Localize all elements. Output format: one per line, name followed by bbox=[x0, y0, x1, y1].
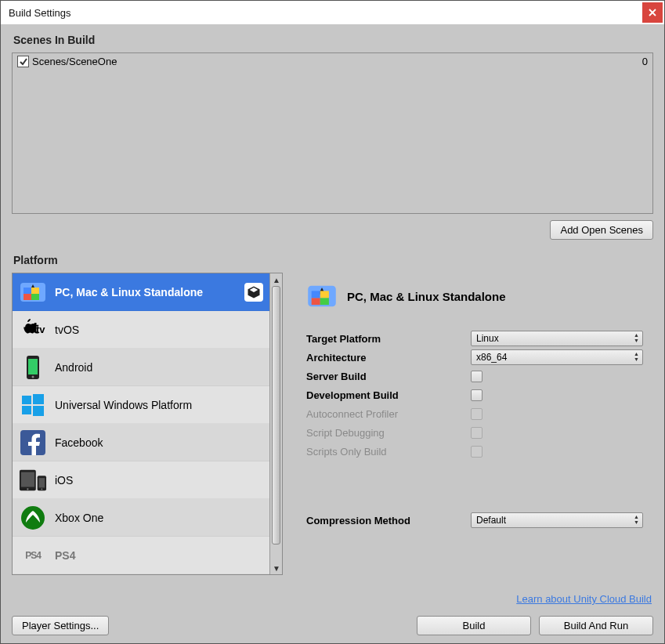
platform-item-xboxone[interactable]: Xbox One bbox=[13, 499, 269, 537]
android-icon bbox=[19, 353, 47, 382]
scenes-section-title: Scenes In Build bbox=[13, 34, 653, 46]
platform-item-ios[interactable]: iOS bbox=[13, 461, 269, 499]
svg-rect-24 bbox=[312, 291, 320, 298]
svg-rect-3 bbox=[23, 288, 31, 294]
platform-item-label: PS4 bbox=[55, 549, 75, 562]
platform-section-title: Platform bbox=[13, 254, 653, 266]
architecture-select[interactable]: x86_64 ▲▼ bbox=[471, 349, 643, 365]
compression-method-row: Compression Method Default ▲▼ bbox=[306, 511, 653, 530]
svg-text:tv: tv bbox=[36, 324, 45, 335]
autoconnect-profiler-checkbox bbox=[471, 408, 482, 420]
apple-tv-icon: tv bbox=[19, 316, 47, 344]
svg-point-20 bbox=[21, 506, 45, 530]
platform-item-android[interactable]: Android bbox=[13, 349, 269, 386]
platform-item-label: Universal Windows Platform bbox=[55, 399, 192, 411]
dropdown-arrows-icon: ▲▼ bbox=[634, 351, 639, 362]
platform-item-facebook[interactable]: Facebook bbox=[13, 424, 269, 461]
compression-method-select[interactable]: Default ▲▼ bbox=[471, 512, 643, 528]
build-settings-window: Build Settings Scenes In Build Scenes/Sc… bbox=[0, 0, 665, 644]
svg-rect-12 bbox=[33, 406, 44, 416]
scroll-thumb[interactable] bbox=[272, 286, 280, 545]
lower-columns: PC, Mac & Linux Standalone tv bbox=[12, 273, 653, 605]
close-icon bbox=[649, 6, 656, 19]
ps4-icon: PS4 bbox=[19, 541, 47, 570]
target-platform-value: Linux bbox=[476, 333, 499, 344]
script-debugging-checkbox bbox=[471, 427, 482, 439]
platform-item-ps4[interactable]: PS4 PS4 bbox=[13, 537, 269, 574]
autoconnect-profiler-label: Autoconnect Profiler bbox=[306, 408, 471, 420]
unity-icon bbox=[244, 283, 263, 302]
svg-rect-7 bbox=[28, 359, 38, 374]
svg-rect-23 bbox=[320, 298, 329, 305]
scene-name: Scenes/SceneOne bbox=[32, 56, 642, 67]
svg-rect-15 bbox=[21, 472, 34, 487]
scripts-only-build-row: Scripts Only Build bbox=[306, 442, 653, 461]
server-build-label: Server Build bbox=[306, 371, 471, 382]
player-settings-button[interactable]: Player Settings... bbox=[12, 616, 109, 635]
scene-row[interactable]: Scenes/SceneOne 0 bbox=[13, 53, 652, 70]
close-button[interactable] bbox=[642, 2, 663, 23]
ios-icon bbox=[19, 466, 47, 494]
svg-point-19 bbox=[41, 488, 42, 490]
scroll-down-icon[interactable]: ▼ bbox=[270, 562, 283, 574]
platform-item-label: tvOS bbox=[55, 324, 79, 336]
platform-item-label: Xbox One bbox=[55, 512, 103, 524]
svg-point-16 bbox=[27, 488, 28, 490]
scenes-list[interactable]: Scenes/SceneOne 0 bbox=[12, 52, 653, 214]
platform-item-uwp[interactable]: Universal Windows Platform bbox=[13, 386, 269, 424]
platform-header-title: PC, Mac & Linux Standalone bbox=[347, 290, 506, 303]
server-build-row: Server Build bbox=[306, 367, 653, 385]
svg-rect-9 bbox=[22, 396, 31, 404]
build-and-run-button[interactable]: Build And Run bbox=[539, 616, 653, 635]
settings-column: PC, Mac & Linux Standalone Target Platfo… bbox=[306, 273, 653, 605]
target-platform-row: Target Platform Linux ▲▼ bbox=[306, 329, 653, 348]
platform-item-label: PC, Mac & Linux Standalone bbox=[55, 286, 203, 298]
bottom-buttons: Player Settings... Build Build And Run bbox=[12, 616, 653, 635]
scroll-up-icon[interactable]: ▲ bbox=[270, 273, 283, 286]
platform-list[interactable]: PC, Mac & Linux Standalone tv bbox=[13, 273, 269, 574]
svg-point-8 bbox=[32, 375, 34, 378]
architecture-row: Architecture x86_64 ▲▼ bbox=[306, 348, 653, 367]
svg-rect-25 bbox=[320, 291, 329, 298]
svg-rect-1 bbox=[23, 294, 31, 300]
target-platform-label: Target Platform bbox=[306, 333, 471, 345]
autoconnect-profiler-row: Autoconnect Profiler bbox=[306, 404, 653, 423]
script-debugging-row: Script Debugging bbox=[306, 423, 653, 442]
facebook-icon bbox=[19, 429, 47, 457]
window-title: Build Settings bbox=[9, 7, 71, 19]
development-build-checkbox[interactable] bbox=[471, 389, 482, 401]
svg-rect-18 bbox=[39, 478, 45, 487]
server-build-checkbox[interactable] bbox=[471, 371, 482, 382]
architecture-label: Architecture bbox=[306, 352, 471, 364]
content-area: Scenes In Build Scenes/SceneOne 0 Add Op… bbox=[1, 24, 664, 643]
scene-checkbox[interactable] bbox=[17, 56, 29, 67]
platform-item-label: iOS bbox=[55, 474, 73, 487]
platform-list-box: PC, Mac & Linux Standalone tv bbox=[12, 273, 283, 575]
script-debugging-label: Script Debugging bbox=[306, 427, 471, 439]
svg-rect-4 bbox=[31, 288, 39, 294]
compression-method-label: Compression Method bbox=[306, 515, 471, 526]
title-bar: Build Settings bbox=[1, 1, 664, 24]
build-button[interactable]: Build bbox=[417, 616, 531, 635]
platform-item-label: Android bbox=[55, 361, 92, 374]
windows-icon bbox=[19, 391, 47, 419]
platform-column: PC, Mac & Linux Standalone tv bbox=[12, 273, 283, 605]
standalone-icon bbox=[306, 280, 338, 312]
target-platform-select[interactable]: Linux ▲▼ bbox=[471, 331, 643, 346]
platform-item-tvos[interactable]: tv tvOS bbox=[13, 311, 269, 349]
platform-item-standalone[interactable]: PC, Mac & Linux Standalone bbox=[13, 273, 269, 311]
standalone-icon bbox=[19, 278, 47, 306]
svg-rect-2 bbox=[31, 294, 39, 300]
xbox-icon bbox=[19, 504, 47, 532]
platform-header: PC, Mac & Linux Standalone bbox=[306, 280, 653, 312]
platform-item-label: Facebook bbox=[55, 436, 103, 449]
add-open-scenes-button[interactable]: Add Open Scenes bbox=[550, 220, 653, 240]
svg-rect-11 bbox=[22, 406, 31, 414]
platform-list-scrollbar[interactable]: ▲ ▼ bbox=[269, 273, 282, 574]
architecture-value: x86_64 bbox=[476, 352, 507, 363]
scripts-only-build-checkbox bbox=[471, 446, 482, 458]
cloud-build-link[interactable]: Learn about Unity Cloud Build bbox=[306, 593, 652, 605]
svg-rect-22 bbox=[312, 298, 320, 305]
scripts-only-build-label: Scripts Only Build bbox=[306, 446, 471, 458]
dropdown-arrows-icon: ▲▼ bbox=[634, 514, 639, 525]
